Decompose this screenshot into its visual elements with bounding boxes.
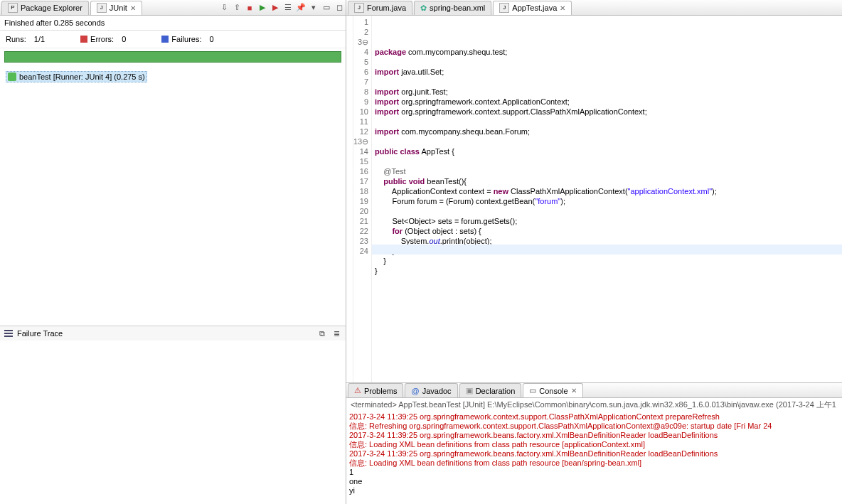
line-number: 3⊖ — [353, 37, 371, 47]
code-line[interactable]: Forum forum = (Forum) context.getBean("f… — [375, 196, 842, 206]
close-icon[interactable]: ✕ — [130, 4, 136, 12]
editor-tab-spring-bean[interactable]: ✿ spring-bean.xml — [414, 1, 491, 15]
code-line[interactable]: Set<Object> sets = forum.getSets(); — [375, 216, 842, 226]
marker-column — [346, 16, 353, 382]
xml-file-icon: ✿ — [420, 4, 427, 13]
junit-progress-bar — [4, 51, 341, 63]
minimize-icon[interactable]: ▭ — [321, 3, 331, 13]
code-line[interactable]: public void beanTest(){ — [375, 176, 842, 186]
code-line[interactable]: } — [375, 266, 842, 276]
line-number: 20 — [353, 206, 371, 216]
maximize-icon[interactable]: ◻ — [334, 3, 344, 13]
failures-label: Failures: — [171, 35, 201, 43]
console-line: 2017-3-24 11:39:25 org.springframework.c… — [349, 412, 839, 422]
tab-label: Javadoc — [422, 387, 452, 395]
console-output[interactable]: 2017-3-24 11:39:25 org.springframework.c… — [346, 412, 842, 504]
compare-icon[interactable]: ≣ — [331, 328, 341, 338]
console-line: 信息: Loading XML bean definitions from cl… — [349, 459, 839, 468]
error-icon — [80, 36, 87, 43]
runs-value: 1/1 — [34, 35, 45, 43]
tab-package-explorer[interactable]: P Package Explorer — [1, 1, 89, 15]
junit-tree[interactable]: beanTest [Runner: JUnit 4] (0.275 s) — [0, 68, 346, 326]
left-tab-bar: P Package Explorer J JUnit ✕ ⇩ ⇧ ■ ▶ ▶ ☰… — [0, 0, 346, 16]
history-icon[interactable]: ☰ — [283, 3, 293, 13]
console-line: yi — [349, 486, 839, 495]
right-panel: J Forum.java ✿ spring-bean.xml J AppTest… — [346, 0, 842, 504]
test-tree-item[interactable]: beanTest [Runner: JUnit 4] (0.275 s) — [6, 71, 147, 82]
line-number: 5 — [353, 57, 371, 67]
current-line-highlight — [372, 245, 842, 254]
failures-value: 0 — [210, 35, 214, 43]
code-line[interactable]: import org.springframework.context.suppo… — [375, 107, 842, 117]
close-icon[interactable]: ✕ — [571, 387, 577, 395]
failure-icon — [161, 36, 169, 43]
code-line[interactable]: ApplicationContext context = new ClassPa… — [375, 186, 842, 196]
tab-label: Package Explorer — [21, 4, 82, 12]
console-line: 信息: Loading XML bean definitions from cl… — [349, 440, 839, 449]
line-number: 7 — [353, 77, 371, 87]
console-header: <terminated> AppTest.beanTest [JUnit] E:… — [346, 398, 842, 412]
line-number: 19 — [353, 196, 371, 206]
tab-problems[interactable]: ⚠ Problems — [348, 383, 403, 397]
line-number: 24 — [353, 246, 371, 256]
tab-label: spring-bean.xml — [430, 4, 485, 12]
line-number: 10 — [353, 107, 371, 117]
junit-icon: J — [97, 3, 107, 13]
rerun-failed-icon[interactable]: ▶ — [270, 3, 280, 13]
editor-tab-forum[interactable]: J Forum.java — [348, 1, 412, 15]
trace-icon — [4, 330, 13, 337]
next-failure-icon[interactable]: ⇧ — [232, 3, 242, 13]
tab-javadoc[interactable]: @ Javadoc — [405, 383, 457, 397]
code-line[interactable] — [375, 117, 842, 127]
code-line[interactable]: for (Object object : sets) { — [375, 226, 842, 236]
code-line[interactable]: import java.util.Set; — [375, 67, 842, 77]
line-number-gutter: 123⊖45678910111213⊖141516171819202122232… — [353, 16, 372, 382]
code-line[interactable]: import org.junit.Test; — [375, 87, 842, 97]
code-line[interactable]: public class AppTest { — [375, 146, 842, 156]
code-editor[interactable]: package com.mycompany.shequ.test;import … — [372, 16, 842, 382]
pin-icon[interactable]: 📌 — [296, 3, 306, 13]
test-pass-icon — [8, 73, 16, 81]
tab-junit[interactable]: J JUnit ✕ — [90, 1, 142, 15]
rerun-icon[interactable]: ▶ — [257, 3, 267, 13]
status-text: Finished after 0.285 seconds — [4, 18, 105, 27]
stop-icon[interactable]: ■ — [245, 3, 255, 13]
editor-tab-apptest[interactable]: J AppTest.java ✕ — [493, 1, 572, 15]
code-line[interactable] — [375, 136, 842, 146]
console-line: 2017-3-24 11:39:25 org.springframework.b… — [349, 449, 839, 459]
javadoc-icon: @ — [411, 387, 419, 395]
line-number: 4 — [353, 47, 371, 57]
runs-label: Runs: — [6, 35, 26, 43]
filter-trace-icon[interactable]: ⧉ — [317, 328, 327, 338]
line-number: 13⊖ — [353, 136, 371, 146]
problems-icon: ⚠ — [354, 386, 361, 395]
tab-label: Declaration — [476, 387, 516, 395]
code-line[interactable] — [375, 276, 842, 286]
code-line[interactable]: import com.mycompany.shequ.bean.Forum; — [375, 127, 842, 136]
console-line: 1 — [349, 468, 839, 477]
errors-count: Errors: 0 — [80, 35, 126, 43]
code-line[interactable] — [375, 206, 842, 216]
code-line[interactable]: @Test — [375, 166, 842, 176]
console-line: 信息: Refreshing org.springframework.conte… — [349, 422, 839, 431]
tab-console[interactable]: ▭ Console ✕ — [523, 383, 582, 397]
prev-failure-icon[interactable]: ⇩ — [219, 3, 229, 13]
tab-declaration[interactable]: ▣ Declaration — [459, 383, 522, 397]
runs-count: Runs: 1/1 — [6, 35, 45, 43]
line-number: 22 — [353, 226, 371, 236]
console-line: 2017-3-24 11:39:25 org.springframework.b… — [349, 431, 839, 440]
code-line[interactable] — [375, 57, 842, 67]
junit-counts: Runs: 1/1 Errors: 0 Failures: 0 — [0, 31, 346, 48]
editor-area[interactable]: 123⊖45678910111213⊖141516171819202122232… — [346, 16, 842, 382]
code-line[interactable]: } — [375, 256, 842, 266]
junit-toolbar: ⇩ ⇧ ■ ▶ ▶ ☰ 📌 ▾ ▭ ◻ — [219, 3, 344, 13]
code-line[interactable]: import org.springframework.context.Appli… — [375, 97, 842, 107]
code-line[interactable] — [375, 77, 842, 87]
package-explorer-icon: P — [8, 3, 18, 13]
code-line[interactable]: package com.mycompany.shequ.test; — [375, 47, 842, 57]
close-icon[interactable]: ✕ — [560, 4, 565, 12]
view-menu-icon[interactable]: ▾ — [309, 3, 319, 13]
code-line[interactable] — [375, 156, 842, 166]
left-panel: P Package Explorer J JUnit ✕ ⇩ ⇧ ■ ▶ ▶ ☰… — [0, 0, 346, 504]
java-file-icon: J — [354, 3, 364, 13]
